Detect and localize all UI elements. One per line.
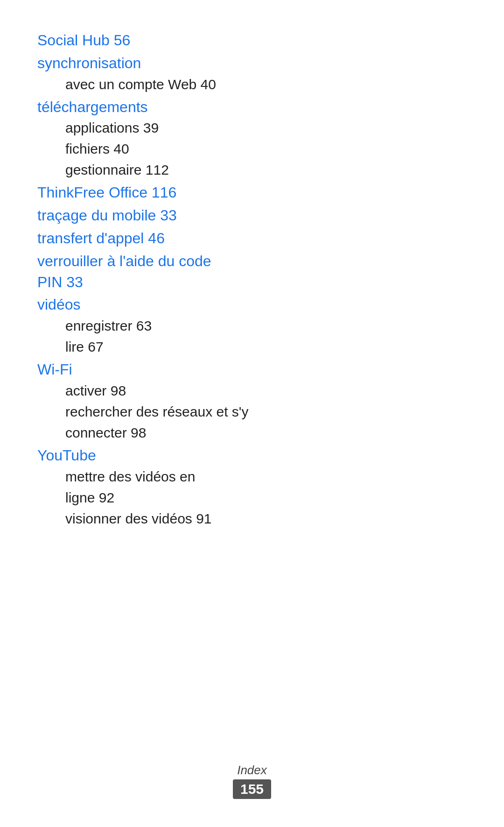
index-entry: ThinkFree Office 116 [37, 182, 467, 203]
index-entry: Social Hub 56 [37, 30, 467, 51]
entry-heading: Social Hub 56 [37, 30, 467, 51]
entry-heading: Wi-Fi [37, 359, 467, 380]
entry-sub: fichiers 40 [37, 138, 467, 159]
entry-heading: vidéos [37, 294, 467, 315]
entry-heading: synchronisation [37, 53, 467, 74]
entry-sub: activer 98 [37, 380, 467, 401]
footer: Index 155 [0, 763, 504, 799]
index-entry: téléchargementsapplications 39fichiers 4… [37, 97, 467, 181]
index-entry: Wi-Fiactiver 98rechercher des réseaux et… [37, 359, 467, 443]
index-entry: verrouiller à l'aide du codePIN 33 [37, 251, 467, 293]
index-entry: transfert d'appel 46 [37, 228, 467, 249]
entry-sub: lire 67 [37, 336, 467, 357]
entry-sub: avec un compte Web 40 [37, 74, 467, 95]
entry-heading: traçage du mobile 33 [37, 205, 467, 226]
entry-sub: visionner des vidéos 91 [37, 508, 467, 529]
index-entry: synchronisationavec un compte Web 40 [37, 53, 467, 95]
footer-label: Index [237, 763, 267, 778]
entry-heading: YouTube [37, 445, 467, 466]
entry-sub: mettre des vidéos enligne 92 [37, 466, 467, 508]
page-number: 155 [233, 779, 271, 799]
entry-heading: ThinkFree Office 116 [37, 182, 467, 203]
entry-sub: applications 39 [37, 117, 467, 138]
index-content: Social Hub 56synchronisationavec un comp… [37, 30, 467, 529]
index-entry: traçage du mobile 33 [37, 205, 467, 226]
entry-heading: verrouiller à l'aide du codePIN 33 [37, 251, 467, 293]
index-entry: vidéosenregistrer 63lire 67 [37, 294, 467, 357]
entry-sub: gestionnaire 112 [37, 159, 467, 180]
entry-sub: rechercher des réseaux et s'yconnecter 9… [37, 401, 467, 443]
entry-heading: transfert d'appel 46 [37, 228, 467, 249]
entry-sub: enregistrer 63 [37, 315, 467, 336]
entry-heading: téléchargements [37, 97, 467, 118]
index-entry: YouTubemettre des vidéos enligne 92visio… [37, 445, 467, 529]
